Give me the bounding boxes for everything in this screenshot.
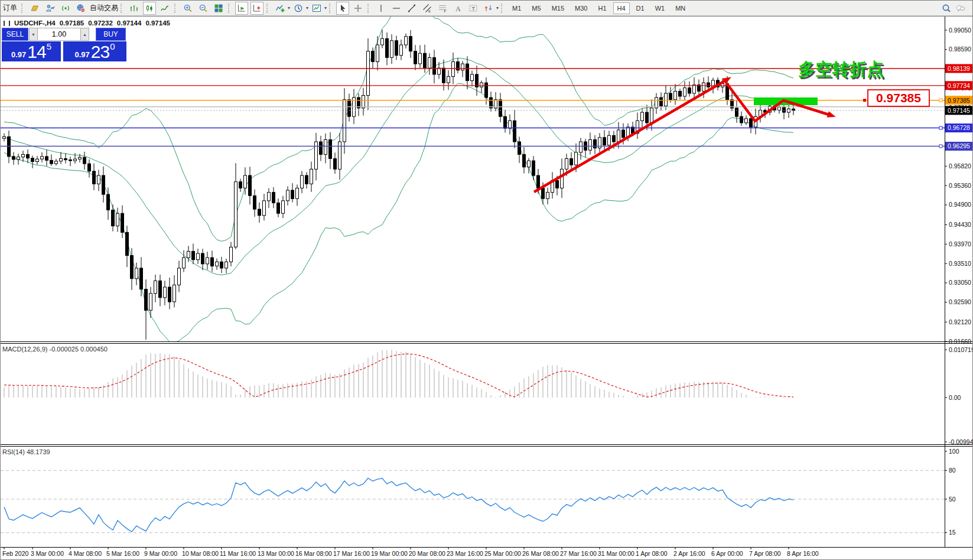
svg-text:0.97145: 0.97145: [948, 107, 970, 114]
level-drag-handle[interactable]: [939, 99, 942, 102]
svg-text:7 Apr 08:00: 7 Apr 08:00: [749, 550, 781, 557]
svg-text:0.97385: 0.97385: [948, 97, 970, 104]
new-order-label[interactable]: 订单: [1, 3, 19, 13]
rsi-label: RSI(14) 48.1739: [2, 448, 50, 455]
svg-text:0.93970: 0.93970: [949, 240, 971, 248]
chart-area[interactable]: 0.990500.985900.981300.976700.972100.967…: [1, 16, 973, 560]
arrows-icon[interactable]: [482, 2, 495, 15]
svg-text:1 Apr 08:00: 1 Apr 08:00: [636, 550, 668, 557]
buy-price-pip: 0: [110, 41, 115, 51]
text-icon[interactable]: A: [451, 2, 464, 15]
buy-button[interactable]: BUY: [96, 28, 126, 41]
sell-price-display[interactable]: 0.97 14 5: [2, 41, 61, 61]
signal-icon[interactable]: [59, 2, 72, 15]
timeframe-m1[interactable]: M1: [508, 2, 525, 14]
chevron-down-icon[interactable]: ▾: [288, 5, 290, 11]
zoom-in-icon[interactable]: [181, 2, 194, 15]
timeframe-d1[interactable]: D1: [632, 2, 649, 14]
vertical-line-icon[interactable]: [375, 2, 388, 15]
timeframe-m15[interactable]: M15: [548, 2, 568, 14]
chat-icon[interactable]: [954, 2, 967, 15]
chart-header: USDCHF-,H4 0.97185 0.97232 0.97144 0.971…: [4, 19, 170, 27]
tile-windows-icon[interactable]: [212, 2, 225, 15]
auto-scroll-icon[interactable]: [235, 2, 248, 15]
level-drag-handle[interactable]: [939, 145, 942, 148]
svg-text:0.91660: 0.91660: [949, 338, 971, 345]
volume-increase-button[interactable]: ▲: [80, 28, 89, 41]
timeframe-h1[interactable]: H1: [594, 2, 610, 14]
svg-text:-0.009944: -0.009944: [949, 438, 973, 445]
mt4-window: 订单自动交易▾▾▾EFAT▾M1M5M15M30H1H4D1W1MN 0.990…: [0, 0, 973, 560]
ohlc-high: 0.97232: [88, 19, 113, 27]
svg-text:20 Mar 08:00: 20 Mar 08:00: [409, 550, 445, 557]
data-window-icon[interactable]: [44, 2, 57, 15]
market-watch-icon[interactable]: [28, 2, 41, 15]
svg-text:25 Mar 00:00: 25 Mar 00:00: [484, 550, 521, 557]
sell-price-pip: 5: [47, 41, 51, 51]
svg-text:E: E: [428, 9, 431, 12]
chart-shift-icon[interactable]: [250, 2, 263, 15]
toolbar-group-grip: [121, 4, 123, 13]
svg-text:0.95820: 0.95820: [949, 162, 971, 170]
svg-text:0.96728: 0.96728: [948, 124, 970, 131]
timeframe-w1[interactable]: W1: [651, 2, 669, 14]
line-chart-type-icon[interactable]: [158, 2, 171, 15]
timeframe-mn[interactable]: MN: [671, 2, 689, 14]
timeframe-m5[interactable]: M5: [528, 2, 545, 14]
toolbar-group-grip: [228, 4, 231, 13]
horizontal-line-icon[interactable]: [390, 2, 403, 15]
chevron-down-icon[interactable]: ▾: [324, 5, 327, 11]
auto-trading-button-label: 自动交易: [90, 3, 118, 13]
toolbar-group-grip: [21, 4, 24, 13]
toolbar-group-grip: [367, 4, 370, 13]
svg-text:F: F: [444, 8, 447, 12]
annotation-title[interactable]: 多空转折点: [798, 60, 884, 79]
text-label-icon[interactable]: T: [467, 2, 480, 15]
search-icon[interactable]: [940, 2, 953, 15]
buy-price-display[interactable]: 0.97 23 0: [63, 41, 126, 61]
templates-button[interactable]: [310, 2, 323, 15]
svg-text:0.95360: 0.95360: [949, 182, 971, 189]
sell-price-big: 14: [27, 44, 45, 60]
chevron-down-icon[interactable]: ▾: [496, 5, 499, 11]
level-drag-handle[interactable]: [939, 126, 942, 129]
svg-text:8 Apr 16:00: 8 Apr 16:00: [787, 550, 819, 557]
timeframe-m30[interactable]: M30: [571, 2, 591, 14]
svg-text:0.92120: 0.92120: [949, 318, 971, 325]
chart-symbol-icon: [4, 21, 10, 26]
svg-text:26 Mar 08:00: 26 Mar 08:00: [522, 550, 559, 557]
svg-text:0.96295: 0.96295: [948, 142, 970, 149]
timeframe-h4[interactable]: H4: [613, 2, 630, 14]
bar-chart-type-icon[interactable]: [128, 2, 141, 15]
trendline-icon[interactable]: [405, 2, 418, 15]
svg-text:15: 15: [949, 529, 956, 536]
volume-input[interactable]: [38, 28, 80, 41]
candlestick-type-icon[interactable]: [143, 2, 156, 15]
crosshair-icon[interactable]: [352, 2, 365, 15]
svg-text:19 Mar 00:00: 19 Mar 00:00: [371, 550, 408, 557]
ohlc-close: 0.97145: [145, 19, 170, 27]
toolbar-group-grip: [501, 4, 504, 13]
periods-button[interactable]: [292, 2, 305, 15]
toolbar-group-grip: [266, 4, 269, 13]
cursor-icon[interactable]: [336, 2, 349, 15]
svg-text:T: T: [472, 5, 476, 11]
volume-decrease-button[interactable]: ▼: [29, 28, 38, 41]
chart-canvas[interactable]: 0.990500.985900.981300.976700.972100.967…: [1, 16, 973, 560]
svg-text:50: 50: [949, 496, 956, 503]
svg-text:31 Mar 00:00: 31 Mar 00:00: [598, 550, 634, 557]
auto-trading-button[interactable]: [74, 2, 87, 15]
zoom-out-icon[interactable]: [197, 2, 210, 15]
sell-button[interactable]: SELL: [2, 28, 28, 41]
svg-text:0.97385: 0.97385: [876, 91, 921, 105]
svg-text:0.93510: 0.93510: [949, 260, 971, 267]
svg-text:0.94900: 0.94900: [949, 201, 971, 208]
indicators-button[interactable]: [274, 2, 287, 15]
chevron-down-icon[interactable]: ▾: [306, 5, 308, 11]
volume-stepper: ▼ ▲: [29, 28, 89, 41]
svg-text:23 Mar 16:00: 23 Mar 16:00: [447, 550, 483, 557]
equidistant-channel-icon[interactable]: E: [421, 2, 434, 15]
fibonacci-icon[interactable]: F: [436, 2, 449, 15]
svg-text:0.94430: 0.94430: [949, 221, 971, 228]
svg-text:A: A: [455, 4, 461, 12]
